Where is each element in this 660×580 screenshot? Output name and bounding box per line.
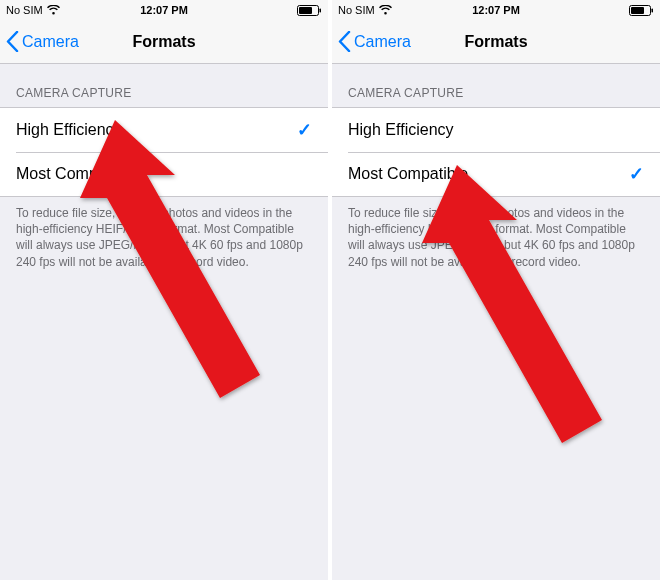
back-button[interactable]: Camera (0, 31, 79, 52)
battery-icon (629, 5, 654, 16)
svg-rect-6 (652, 8, 654, 12)
option-most-compatible[interactable]: Most Compatible (0, 152, 328, 196)
content: CAMERA CAPTURE High Efficiency ✓ Most Co… (0, 64, 328, 580)
section-header: CAMERA CAPTURE (0, 64, 328, 107)
back-label: Camera (354, 33, 411, 51)
section-footer: To reduce file size, capture photos and … (332, 197, 660, 270)
chevron-left-icon (6, 31, 19, 52)
back-button[interactable]: Camera (332, 31, 411, 52)
phone-right: No SIM 12:07 PM Camera Formats CAMERA CA… (332, 0, 660, 580)
svg-rect-5 (631, 7, 644, 14)
option-label: Most Compatible (348, 165, 468, 183)
svg-rect-1 (299, 7, 312, 14)
phone-left: No SIM 12:07 PM Camera Formats CAMERA CA… (0, 0, 328, 580)
option-label: High Efficiency (348, 121, 454, 139)
carrier-text: No SIM (338, 4, 375, 16)
section-footer: To reduce file size, capture photos and … (0, 197, 328, 270)
chevron-left-icon (338, 31, 351, 52)
carrier-text: No SIM (6, 4, 43, 16)
svg-rect-2 (320, 8, 322, 12)
content: CAMERA CAPTURE High Efficiency Most Comp… (332, 64, 660, 580)
option-high-efficiency[interactable]: High Efficiency (332, 108, 660, 152)
wifi-icon (47, 5, 60, 15)
option-most-compatible[interactable]: Most Compatible ✓ (332, 152, 660, 196)
status-bar: No SIM 12:07 PM (332, 0, 660, 20)
options-group: High Efficiency Most Compatible ✓ (332, 107, 660, 197)
back-label: Camera (22, 33, 79, 51)
option-label: High Efficiency (16, 121, 122, 139)
checkmark-icon: ✓ (297, 119, 312, 141)
battery-icon (297, 5, 322, 16)
section-header: CAMERA CAPTURE (332, 64, 660, 107)
checkmark-icon: ✓ (629, 163, 644, 185)
wifi-icon (379, 5, 392, 15)
status-bar: No SIM 12:07 PM (0, 0, 328, 20)
option-high-efficiency[interactable]: High Efficiency ✓ (0, 108, 328, 152)
nav-bar: Camera Formats (0, 20, 328, 64)
nav-bar: Camera Formats (332, 20, 660, 64)
options-group: High Efficiency ✓ Most Compatible (0, 107, 328, 197)
option-label: Most Compatible (16, 165, 136, 183)
